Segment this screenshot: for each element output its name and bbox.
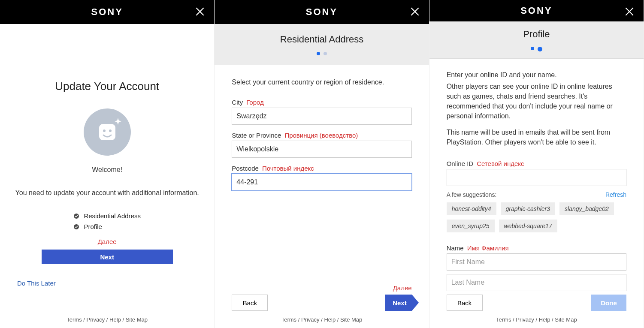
- next-annotation: Далее: [98, 238, 117, 245]
- back-button[interactable]: Back: [232, 295, 268, 311]
- footer-help[interactable]: Help: [539, 316, 550, 323]
- topbar: SONY: [215, 0, 429, 24]
- close-icon[interactable]: [624, 6, 635, 17]
- desc-line-3: This name will be used in emails that wi…: [447, 127, 626, 147]
- footer-help[interactable]: Help: [324, 316, 336, 323]
- onlineid-label: Online ID: [447, 160, 474, 167]
- subheader-title: Profile: [523, 29, 550, 40]
- chip[interactable]: even_syrup25: [447, 220, 495, 232]
- footer: Terms / Privacy / Help / Site Map: [0, 316, 214, 323]
- panel-residential-address: SONY Residential Address Select your cur…: [215, 0, 429, 328]
- refresh-link[interactable]: Refresh: [605, 191, 626, 198]
- desc-line-2: Other players can see your online ID in …: [447, 81, 626, 121]
- footer-sitemap[interactable]: Site Map: [555, 316, 577, 323]
- next-annotation: Далее: [393, 284, 412, 292]
- footer-privacy[interactable]: Privacy: [516, 316, 534, 323]
- bullet-icon: [73, 213, 79, 219]
- city-annotation: Город: [246, 99, 264, 106]
- sony-logo: SONY: [91, 6, 123, 18]
- footer-sitemap[interactable]: Site Map: [126, 316, 148, 323]
- desc-line-1: Enter your online ID and your name.: [447, 70, 626, 80]
- bottom-row: Back Done: [429, 295, 644, 328]
- footer: Terms / Privacy / Help / Site Map: [429, 316, 644, 323]
- suggestions-label: A few suggestions:: [447, 191, 497, 198]
- panel-update-account: SONY Update Your Account Welcome! You ne…: [0, 0, 215, 328]
- step-dot-2: [538, 47, 542, 51]
- city-input[interactable]: [232, 108, 411, 125]
- onlineid-input[interactable]: [447, 169, 626, 186]
- city-label: City: [232, 99, 243, 106]
- footer-help[interactable]: Help: [109, 316, 121, 323]
- footer-terms[interactable]: Terms: [67, 316, 82, 323]
- step-dot-2: [324, 52, 327, 55]
- chip[interactable]: slangy_badge02: [559, 202, 614, 215]
- postcode-input[interactable]: [232, 174, 411, 191]
- onlineid-annotation: Сетевой индекс: [477, 160, 524, 167]
- postcode-label: Postcode: [232, 165, 259, 172]
- firstname-input[interactable]: [447, 253, 626, 271]
- name-annotation: Имя Фамилия: [467, 244, 509, 252]
- sparkle-icon: [115, 118, 121, 125]
- next-button[interactable]: Next: [42, 250, 173, 264]
- chip[interactable]: graphic-cashier3: [501, 202, 556, 215]
- step-dots: [531, 47, 542, 51]
- state-input[interactable]: [232, 141, 411, 158]
- checklist-item-label: Residential Address: [84, 212, 141, 220]
- footer-sitemap[interactable]: Site Map: [340, 316, 362, 323]
- next-button[interactable]: Next: [385, 295, 412, 311]
- footer-privacy[interactable]: Privacy: [301, 316, 320, 323]
- postcode-annotation: Почтовый индекс: [262, 165, 314, 172]
- suggestion-chips: honest-oddity4 graphic-cashier3 slangy_b…: [447, 202, 626, 232]
- panel1-content: Update Your Account Welcome! You need to…: [0, 24, 214, 328]
- step-dot-1: [317, 52, 320, 55]
- welcome-text: Welcome!: [92, 166, 122, 174]
- footer-terms[interactable]: Terms: [496, 316, 511, 323]
- page-title: Update Your Account: [55, 80, 159, 93]
- done-button[interactable]: Done: [591, 295, 626, 311]
- form-body: Select your current country or region of…: [215, 65, 429, 295]
- subheader: Profile: [429, 21, 644, 58]
- topbar: SONY: [429, 0, 644, 21]
- step-dots: [317, 52, 327, 55]
- svg-point-4: [109, 129, 112, 132]
- form-body: Enter your online ID and your name. Othe…: [429, 59, 644, 295]
- avatar: [84, 108, 131, 156]
- do-later-link[interactable]: Do This Later: [17, 280, 56, 287]
- sony-logo: SONY: [520, 5, 552, 16]
- step-dot-1: [531, 47, 534, 50]
- subheader: Residential Address: [215, 24, 429, 65]
- subtext: You need to update your account with add…: [15, 189, 199, 197]
- subheader-title: Residential Address: [280, 34, 363, 45]
- bullet-icon: [73, 224, 79, 230]
- topbar: SONY: [0, 0, 214, 24]
- checklist-item: Residential Address: [73, 212, 141, 220]
- close-icon[interactable]: [194, 6, 206, 17]
- bottom-row: Далее Back Next: [215, 295, 429, 328]
- footer-privacy[interactable]: Privacy: [87, 316, 105, 323]
- state-annotation: Провинция (воеводство): [284, 132, 358, 139]
- back-button[interactable]: Back: [447, 295, 483, 311]
- chip[interactable]: webbed-square17: [499, 220, 557, 232]
- svg-point-3: [103, 129, 106, 132]
- chip[interactable]: honest-oddity4: [447, 202, 496, 215]
- checklist-item-label: Profile: [84, 223, 102, 230]
- checklist-item: Profile: [73, 223, 102, 230]
- footer: Terms / Privacy / Help / Site Map: [215, 316, 429, 323]
- sony-logo: SONY: [306, 6, 338, 18]
- footer-terms[interactable]: Terms: [281, 316, 296, 323]
- name-label: Name: [447, 244, 464, 252]
- state-label: State or Province: [232, 132, 281, 139]
- close-icon[interactable]: [409, 6, 420, 17]
- lastname-input[interactable]: [447, 274, 626, 291]
- checklist: Residential Address Profile: [73, 212, 141, 230]
- lead-text: Select your current country or region of…: [232, 77, 411, 87]
- panel-profile: SONY Profile Enter your online ID and yo…: [429, 0, 644, 328]
- svg-rect-2: [99, 124, 115, 140]
